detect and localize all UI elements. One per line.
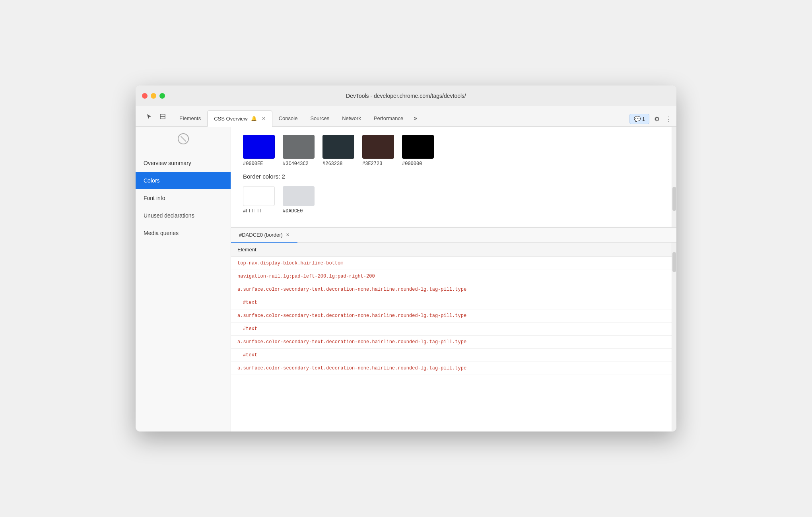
color-label-ffffff: #FFFFFF	[243, 208, 263, 214]
sidebar-item-unused-declarations[interactable]: Unused declarations	[136, 207, 231, 224]
tab-css-overview-label: CSS Overview	[214, 116, 248, 122]
maximize-button[interactable]	[159, 93, 165, 99]
feedback-badge: 1	[642, 116, 645, 122]
tab-elements[interactable]: Elements	[173, 110, 207, 126]
bell-icon: 🔔	[251, 116, 257, 121]
table-row-text[interactable]: #text	[231, 323, 672, 336]
element-tab-dadce0[interactable]: #DADCE0 (border) ✕	[231, 228, 297, 243]
sidebar-item-font-info[interactable]: Font info	[136, 189, 231, 207]
color-swatch-dadce0[interactable]	[283, 186, 315, 206]
sidebar-item-colors[interactable]: Colors	[136, 172, 231, 189]
element-tab-close-icon[interactable]: ✕	[286, 232, 289, 237]
color-swatch-000000[interactable]	[402, 135, 434, 159]
color-item-0000ee[interactable]: #0000EE	[243, 135, 275, 167]
table-row-text[interactable]: #text	[231, 349, 672, 362]
color-item-3c4043[interactable]: #3C4043C2	[283, 135, 315, 167]
table-row[interactable]: a.surface.color-secondary-text.decoratio…	[231, 336, 672, 349]
color-label-dadce0: #DADCE0	[283, 208, 303, 214]
cursor-icon[interactable]	[144, 111, 155, 122]
tab-performance[interactable]: Performance	[367, 110, 410, 126]
color-item-dadce0[interactable]: #DADCE0	[283, 186, 315, 214]
color-item-263238[interactable]: #263238	[322, 135, 354, 167]
sidebar-blocked-icon	[136, 127, 231, 151]
color-item-ffffff[interactable]: #FFFFFF	[243, 186, 275, 214]
more-options-icon[interactable]: ⋮	[664, 115, 673, 123]
color-item-000000[interactable]: #000000	[402, 135, 434, 167]
element-tabs: #DADCE0 (border) ✕	[231, 228, 676, 243]
close-tab-icon[interactable]: ✕	[262, 116, 266, 121]
color-swatch-3e2723[interactable]	[362, 135, 394, 159]
table-row[interactable]: a.surface.color-secondary-text.decoratio…	[231, 362, 672, 375]
color-label-3c4043: #3C4043C2	[283, 161, 309, 167]
color-swatch-263238[interactable]	[322, 135, 354, 159]
border-colors-title: Border colors: 2	[243, 173, 660, 180]
tab-console[interactable]: Console	[272, 110, 304, 126]
sidebar-item-colors-label: Colors	[144, 177, 159, 184]
element-tab-label: #DADCE0 (border)	[239, 232, 283, 238]
tab-console-label: Console	[279, 115, 298, 121]
tab-elements-label: Elements	[179, 115, 201, 121]
close-button[interactable]	[142, 93, 148, 99]
element-table-scrollbar[interactable]	[672, 243, 676, 431]
devtools-window: DevTools - developer.chrome.com/tags/dev…	[136, 86, 676, 431]
color-label-000000: #000000	[402, 161, 422, 167]
table-row[interactable]: a.surface.color-secondary-text.decoratio…	[231, 283, 672, 296]
dock-icon[interactable]	[157, 111, 168, 122]
more-tabs-button[interactable]: »	[410, 110, 421, 126]
tab-icon-group	[139, 106, 173, 126]
tab-sources-label: Sources	[310, 115, 329, 121]
background-color-row: #0000EE #3C4043C2 #263238 #3E2723	[243, 135, 660, 167]
color-item-3e2723[interactable]: #3E2723	[362, 135, 394, 167]
color-label-3e2723: #3E2723	[362, 161, 382, 167]
tab-network[interactable]: Network	[336, 110, 367, 126]
colors-scrollbar[interactable]	[672, 127, 676, 227]
main-content: Overview summary Colors Font info Unused…	[136, 127, 676, 431]
sidebar-item-unused-declarations-label: Unused declarations	[144, 212, 194, 219]
tab-network-label: Network	[342, 115, 361, 121]
sidebar-item-media-queries[interactable]: Media queries	[136, 224, 231, 242]
feedback-button[interactable]: 💬 1	[629, 114, 649, 124]
sidebar: Overview summary Colors Font info Unused…	[136, 127, 231, 431]
sidebar-item-overview[interactable]: Overview summary	[136, 154, 231, 172]
color-swatch-0000ee[interactable]	[243, 135, 275, 159]
tab-css-overview[interactable]: CSS Overview 🔔 ✕	[207, 110, 272, 127]
sidebar-nav: Overview summary Colors Font info Unused…	[136, 151, 231, 431]
traffic-lights	[142, 93, 165, 99]
no-entry-icon	[178, 133, 189, 144]
tab-sources[interactable]: Sources	[304, 110, 336, 126]
sidebar-item-overview-label: Overview summary	[144, 160, 191, 166]
window-title: DevTools - developer.chrome.com/tags/dev…	[346, 93, 466, 99]
element-table: Element top-nav.display-block.hairline-b…	[231, 243, 672, 431]
titlebar: DevTools - developer.chrome.com/tags/dev…	[136, 86, 676, 106]
tab-right-actions: 💬 1 ⚙ ⋮	[629, 114, 673, 126]
element-panel: #DADCE0 (border) ✕ Element top-nav.displ…	[231, 227, 676, 431]
color-swatch-ffffff[interactable]	[243, 186, 275, 206]
table-row[interactable]: navigation-rail.lg:pad-left-200.lg:pad-r…	[231, 270, 672, 283]
tab-performance-label: Performance	[374, 115, 403, 121]
color-label-263238: #263238	[322, 161, 342, 167]
table-row-text[interactable]: #text	[231, 296, 672, 309]
chat-icon: 💬	[634, 116, 641, 122]
color-label-0000ee: #0000EE	[243, 161, 263, 167]
sidebar-item-font-info-label: Font info	[144, 195, 165, 201]
sidebar-item-media-queries-label: Media queries	[144, 230, 179, 236]
color-swatch-3c4043[interactable]	[283, 135, 315, 159]
border-color-row: #FFFFFF #DADCE0	[243, 186, 660, 214]
minimize-button[interactable]	[151, 93, 156, 99]
settings-icon[interactable]: ⚙	[653, 115, 661, 123]
element-table-header: Element	[231, 243, 672, 257]
table-row[interactable]: top-nav.display-block.hairline-bottom	[231, 257, 672, 270]
table-row[interactable]: a.surface.color-secondary-text.decoratio…	[231, 309, 672, 323]
tabbar: Elements CSS Overview 🔔 ✕ Console Source…	[136, 106, 676, 127]
